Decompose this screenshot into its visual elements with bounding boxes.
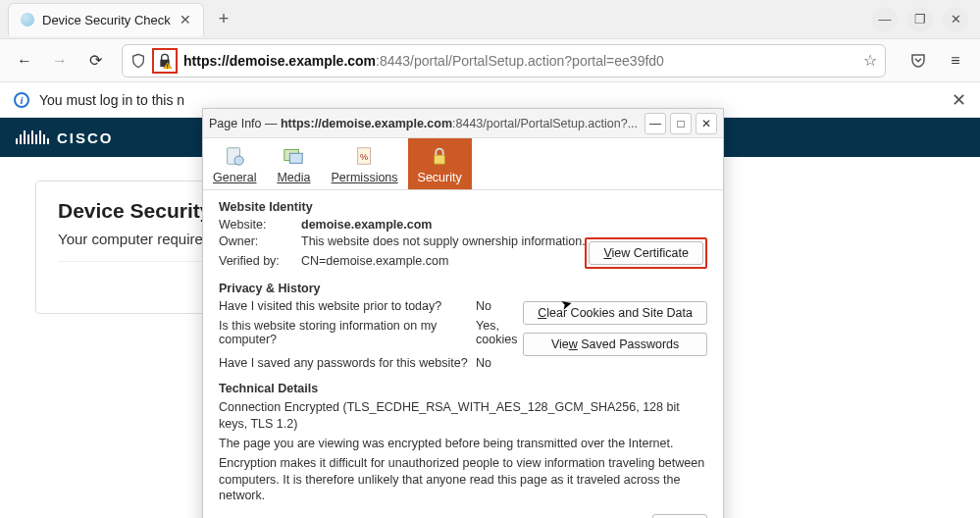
reload-button[interactable]: ⟳ xyxy=(80,46,110,76)
notification-dismiss-button[interactable]: ✕ xyxy=(952,89,966,111)
url-text: https://demoise.example.com:8443/portal/… xyxy=(183,53,857,69)
view-certificate-button[interactable]: View Certificate xyxy=(589,241,703,265)
dialog-titlebar[interactable]: Page Info — https://demoise.example.com … xyxy=(203,109,723,138)
dialog-maximize-button[interactable]: □ xyxy=(670,113,692,134)
tab-bar: Device Security Check ✕ + — ❐ ✕ xyxy=(0,0,980,39)
window-maximize-button[interactable]: ❐ xyxy=(907,7,933,32)
window-controls: — ❐ ✕ xyxy=(872,7,980,32)
tech-line-1: Connection Encrypted (TLS_ECDHE_RSA_WITH… xyxy=(219,399,707,433)
media-icon xyxy=(282,144,305,168)
tech-heading: Technical Details xyxy=(219,382,707,395)
bookmark-star-icon[interactable]: ☆ xyxy=(863,51,877,70)
privacy-a-passwords: No xyxy=(476,356,533,370)
privacy-heading: Privacy & History xyxy=(219,282,707,295)
tab-security[interactable]: Security xyxy=(408,138,472,189)
document-icon xyxy=(223,144,246,168)
notification-message: You must log in to this n xyxy=(39,92,184,108)
view-saved-passwords-button[interactable]: View Saved Passwords xyxy=(523,333,707,356)
tech-line-3: Encryption makes it difficult for unauth… xyxy=(219,455,707,505)
cisco-logo: CISCO xyxy=(16,130,114,146)
window-minimize-button[interactable]: — xyxy=(872,7,898,32)
help-button[interactable]: Help xyxy=(652,514,707,518)
identity-heading: Website Identity xyxy=(219,200,707,214)
lock-icon xyxy=(428,144,451,168)
info-icon: i xyxy=(14,92,29,108)
browser-tab[interactable]: Device Security Check ✕ xyxy=(8,3,204,36)
page-info-dialog: Page Info — https://demoise.example.com … xyxy=(202,108,724,518)
privacy-q-storing: Is this website storing information on m… xyxy=(219,319,476,346)
lock-warning-icon[interactable] xyxy=(152,48,178,74)
clear-cookies-button[interactable]: Clear Cookies and Site Data xyxy=(523,301,707,325)
favicon-icon xyxy=(21,13,34,26)
tab-permissions[interactable]: % Permissions xyxy=(321,138,407,189)
tech-line-2: The page you are viewing was encrypted b… xyxy=(219,436,707,452)
permissions-icon: % xyxy=(353,144,377,168)
tab-close-icon[interactable]: ✕ xyxy=(180,12,191,27)
identity-website: demoise.example.com xyxy=(301,218,707,232)
app-menu-button[interactable]: ≡ xyxy=(941,46,970,76)
new-tab-button[interactable]: + xyxy=(210,6,237,33)
pocket-icon[interactable] xyxy=(903,46,933,76)
svg-rect-1 xyxy=(167,64,168,67)
dialog-close-button[interactable]: ✕ xyxy=(696,113,717,134)
tab-title: Device Security Check xyxy=(42,13,172,27)
back-button[interactable]: ← xyxy=(10,46,39,76)
svg-rect-2 xyxy=(167,68,168,69)
privacy-q-passwords: Have I saved any passwords for this webs… xyxy=(219,356,476,370)
svg-rect-9 xyxy=(435,155,445,164)
nav-toolbar: ← → ⟳ https://demoise.example.com:8443/p… xyxy=(0,39,980,82)
svg-rect-6 xyxy=(290,153,303,163)
forward-button[interactable]: → xyxy=(45,46,75,76)
tab-media[interactable]: Media xyxy=(266,138,321,189)
tracking-shield-icon[interactable] xyxy=(130,53,146,69)
dialog-minimize-button[interactable]: — xyxy=(645,113,666,134)
svg-text:%: % xyxy=(360,152,368,162)
svg-point-4 xyxy=(234,156,243,165)
url-bar[interactable]: https://demoise.example.com:8443/portal/… xyxy=(122,44,886,78)
privacy-q-visited: Have I visited this website prior to tod… xyxy=(219,299,476,313)
dialog-body: Website Identity Website:demoise.example… xyxy=(203,190,723,518)
dialog-toolbar: General Media % Permissions Security xyxy=(203,138,723,190)
window-close-button[interactable]: ✕ xyxy=(943,7,968,32)
tab-general[interactable]: General xyxy=(203,138,266,189)
